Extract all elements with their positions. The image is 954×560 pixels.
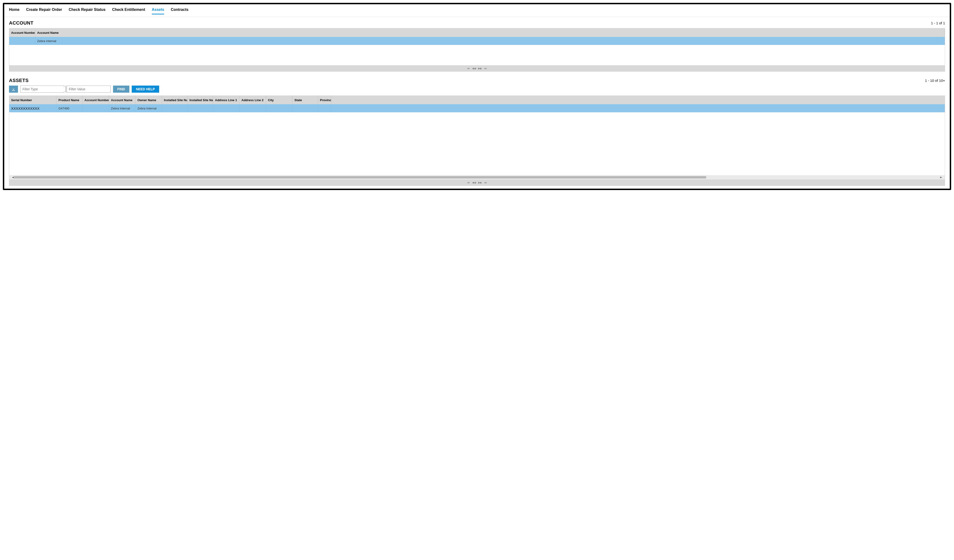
account-pager: ⏮ ◀◀ ▶▶ ⏭ <box>9 65 945 72</box>
account-col-number[interactable]: Account Number <box>9 28 35 37</box>
cell-installed-site-name <box>187 104 213 112</box>
assets-col-owner-name[interactable]: Owner Name <box>136 96 162 104</box>
pager-prev-icon[interactable]: ◀◀ <box>472 181 476 184</box>
tab-create-repair-order[interactable]: Create Repair Order <box>26 8 62 14</box>
assets-hscrollbar[interactable]: ◀ ▶ <box>9 175 945 179</box>
cell-account-number <box>83 104 109 112</box>
assets-toolbar: ▼ FIND NEED HELP <box>9 86 945 93</box>
tab-check-repair-status[interactable]: Check Repair Status <box>69 8 106 14</box>
cell-address-1 <box>213 104 240 112</box>
pager-first-icon[interactable]: ⏮ <box>467 181 470 184</box>
assets-col-address-2[interactable]: Address Line 2 <box>240 96 266 104</box>
pager-next-icon[interactable]: ▶▶ <box>478 67 482 70</box>
cell-city <box>266 104 293 112</box>
assets-col-product-name[interactable]: Product Name <box>56 96 83 104</box>
pager-next-icon[interactable]: ▶▶ <box>478 181 482 184</box>
account-grid-body: Zebra Internal <box>9 37 945 65</box>
tab-check-entitlement[interactable]: Check Entitlement <box>112 8 145 14</box>
assets-header: ASSETS 1 - 10 of 10+ <box>9 78 945 83</box>
scroll-right-icon[interactable]: ▶ <box>940 176 942 179</box>
assets-col-city[interactable]: City <box>266 96 293 104</box>
app-window: Home Create Repair Order Check Repair St… <box>3 3 951 190</box>
account-title: ACCOUNT <box>9 20 34 26</box>
assets-col-province[interactable]: Province <box>318 96 331 104</box>
need-help-button[interactable]: NEED HELP <box>132 86 159 93</box>
cell-product-name: G47490 <box>56 104 83 112</box>
assets-col-serial[interactable]: Serial Number <box>9 96 56 104</box>
find-button[interactable]: FIND <box>113 86 129 93</box>
filter-value-input[interactable] <box>67 86 111 93</box>
filter-type-select[interactable]: ▼ <box>20 86 64 93</box>
nav-tabs: Home Create Repair Order Check Repair St… <box>4 4 950 17</box>
assets-title: ASSETS <box>9 78 29 83</box>
assets-grid-body: XXXXXXXXXXXX G47490 Zebra Internal Zebra… <box>9 104 945 175</box>
pager-first-icon[interactable]: ⏮ <box>467 67 470 70</box>
pager-prev-icon[interactable]: ◀◀ <box>472 67 476 70</box>
assets-section: ASSETS 1 - 10 of 10+ ▼ FIND NEED HELP Se… <box>4 75 950 189</box>
scroll-thumb[interactable] <box>14 176 706 179</box>
assets-panel: Serial Number Product Name Account Numbe… <box>9 95 945 186</box>
cell-address-2 <box>240 104 266 112</box>
assets-col-state[interactable]: State <box>293 96 318 104</box>
pager-last-icon[interactable]: ⏭ <box>484 181 487 184</box>
account-header: ACCOUNT 1 - 1 of 1 <box>9 20 945 26</box>
account-counter: 1 - 1 of 1 <box>931 21 945 25</box>
account-panel: Account Number Account Name Zebra Intern… <box>9 28 945 72</box>
account-col-name[interactable]: Account Name <box>35 28 945 37</box>
account-row[interactable]: Zebra Internal <box>9 37 945 45</box>
account-cell-number <box>9 37 35 45</box>
assets-col-installed-site-num[interactable]: Installed Site Numb <box>162 96 187 104</box>
cell-installed-site-num <box>162 104 187 112</box>
download-icon <box>12 87 16 91</box>
assets-pager: ⏮ ◀◀ ▶▶ ⏭ <box>9 179 945 185</box>
pager-last-icon[interactable]: ⏭ <box>484 67 487 70</box>
assets-col-account-number[interactable]: Account Number <box>83 96 109 104</box>
assets-row[interactable]: XXXXXXXXXXXX G47490 Zebra Internal Zebra… <box>9 104 945 112</box>
download-button[interactable] <box>9 86 18 93</box>
account-cell-name: Zebra Internal <box>35 37 945 45</box>
tab-contracts[interactable]: Contracts <box>171 8 189 14</box>
cell-owner-name: Zebra Internal <box>136 104 162 112</box>
account-grid-header: Account Number Account Name <box>9 28 945 37</box>
cell-account-name: Zebra Internal <box>109 104 136 112</box>
assets-col-installed-site-name[interactable]: Installed Site Name <box>187 96 213 104</box>
tab-assets[interactable]: Assets <box>152 8 164 14</box>
cell-province <box>318 104 331 112</box>
cell-serial: XXXXXXXXXXXX <box>9 104 56 112</box>
scroll-left-icon[interactable]: ◀ <box>12 176 14 179</box>
assets-grid-header: Serial Number Product Name Account Numbe… <box>9 96 945 104</box>
filter-type-input[interactable] <box>20 87 66 91</box>
tab-home[interactable]: Home <box>9 8 19 14</box>
account-section: ACCOUNT 1 - 1 of 1 Account Number Accoun… <box>4 17 950 75</box>
assets-counter: 1 - 10 of 10+ <box>925 78 945 82</box>
assets-col-account-name[interactable]: Account Name <box>109 96 136 104</box>
assets-col-address-1[interactable]: Address Line 1 <box>213 96 240 104</box>
cell-state <box>293 104 318 112</box>
